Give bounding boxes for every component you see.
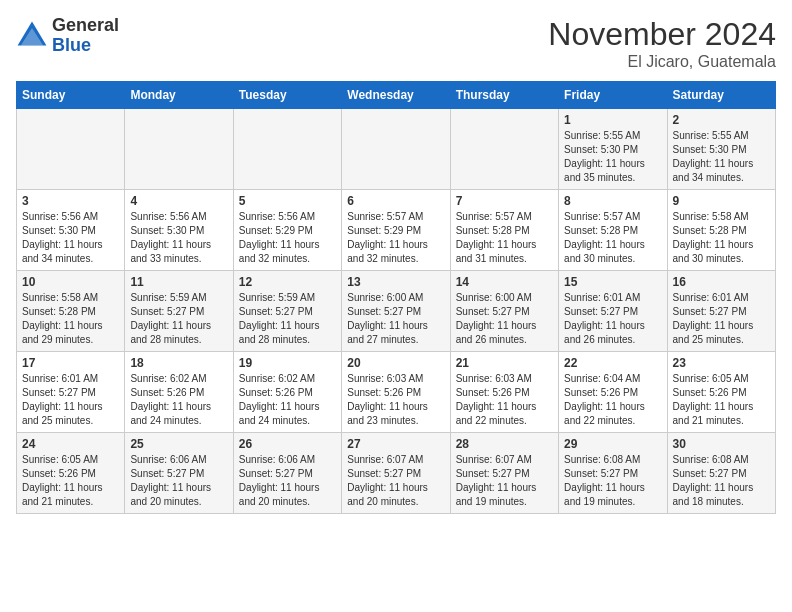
calendar-cell: 8Sunrise: 5:57 AM Sunset: 5:28 PM Daylig… — [559, 190, 667, 271]
day-number: 1 — [564, 113, 661, 127]
logo-icon — [16, 20, 48, 52]
logo-text: General Blue — [52, 16, 119, 56]
calendar-cell: 1Sunrise: 5:55 AM Sunset: 5:30 PM Daylig… — [559, 109, 667, 190]
day-info: Sunrise: 5:58 AM Sunset: 5:28 PM Dayligh… — [22, 291, 119, 347]
week-row-4: 17Sunrise: 6:01 AM Sunset: 5:27 PM Dayli… — [17, 352, 776, 433]
calendar-cell: 16Sunrise: 6:01 AM Sunset: 5:27 PM Dayli… — [667, 271, 775, 352]
day-info: Sunrise: 5:56 AM Sunset: 5:29 PM Dayligh… — [239, 210, 336, 266]
day-number: 29 — [564, 437, 661, 451]
calendar-cell: 17Sunrise: 6:01 AM Sunset: 5:27 PM Dayli… — [17, 352, 125, 433]
calendar-cell: 28Sunrise: 6:07 AM Sunset: 5:27 PM Dayli… — [450, 433, 558, 514]
day-info: Sunrise: 6:02 AM Sunset: 5:26 PM Dayligh… — [239, 372, 336, 428]
day-number: 9 — [673, 194, 770, 208]
day-info: Sunrise: 6:01 AM Sunset: 5:27 PM Dayligh… — [22, 372, 119, 428]
day-number: 19 — [239, 356, 336, 370]
page-title: November 2024 — [548, 16, 776, 53]
day-info: Sunrise: 6:08 AM Sunset: 5:27 PM Dayligh… — [564, 453, 661, 509]
calendar-cell: 19Sunrise: 6:02 AM Sunset: 5:26 PM Dayli… — [233, 352, 341, 433]
day-info: Sunrise: 6:01 AM Sunset: 5:27 PM Dayligh… — [564, 291, 661, 347]
header-row: SundayMondayTuesdayWednesdayThursdayFrid… — [17, 82, 776, 109]
day-number: 26 — [239, 437, 336, 451]
day-info: Sunrise: 6:03 AM Sunset: 5:26 PM Dayligh… — [456, 372, 553, 428]
day-info: Sunrise: 6:07 AM Sunset: 5:27 PM Dayligh… — [347, 453, 444, 509]
day-number: 27 — [347, 437, 444, 451]
week-row-1: 1Sunrise: 5:55 AM Sunset: 5:30 PM Daylig… — [17, 109, 776, 190]
day-number: 15 — [564, 275, 661, 289]
header-thursday: Thursday — [450, 82, 558, 109]
day-info: Sunrise: 6:07 AM Sunset: 5:27 PM Dayligh… — [456, 453, 553, 509]
calendar-cell: 25Sunrise: 6:06 AM Sunset: 5:27 PM Dayli… — [125, 433, 233, 514]
day-number: 6 — [347, 194, 444, 208]
calendar-cell: 3Sunrise: 5:56 AM Sunset: 5:30 PM Daylig… — [17, 190, 125, 271]
calendar-body: 1Sunrise: 5:55 AM Sunset: 5:30 PM Daylig… — [17, 109, 776, 514]
day-number: 7 — [456, 194, 553, 208]
day-info: Sunrise: 6:05 AM Sunset: 5:26 PM Dayligh… — [22, 453, 119, 509]
day-info: Sunrise: 5:57 AM Sunset: 5:28 PM Dayligh… — [456, 210, 553, 266]
day-number: 13 — [347, 275, 444, 289]
header-friday: Friday — [559, 82, 667, 109]
calendar-cell: 21Sunrise: 6:03 AM Sunset: 5:26 PM Dayli… — [450, 352, 558, 433]
day-info: Sunrise: 6:04 AM Sunset: 5:26 PM Dayligh… — [564, 372, 661, 428]
day-number: 21 — [456, 356, 553, 370]
page-subtitle: El Jicaro, Guatemala — [548, 53, 776, 71]
day-info: Sunrise: 5:57 AM Sunset: 5:29 PM Dayligh… — [347, 210, 444, 266]
calendar-cell: 10Sunrise: 5:58 AM Sunset: 5:28 PM Dayli… — [17, 271, 125, 352]
calendar-cell: 27Sunrise: 6:07 AM Sunset: 5:27 PM Dayli… — [342, 433, 450, 514]
day-info: Sunrise: 5:58 AM Sunset: 5:28 PM Dayligh… — [673, 210, 770, 266]
day-info: Sunrise: 5:59 AM Sunset: 5:27 PM Dayligh… — [130, 291, 227, 347]
day-number: 28 — [456, 437, 553, 451]
day-info: Sunrise: 6:00 AM Sunset: 5:27 PM Dayligh… — [456, 291, 553, 347]
calendar-cell: 14Sunrise: 6:00 AM Sunset: 5:27 PM Dayli… — [450, 271, 558, 352]
day-number: 23 — [673, 356, 770, 370]
header-tuesday: Tuesday — [233, 82, 341, 109]
day-info: Sunrise: 5:55 AM Sunset: 5:30 PM Dayligh… — [673, 129, 770, 185]
day-number: 18 — [130, 356, 227, 370]
calendar-table: SundayMondayTuesdayWednesdayThursdayFrid… — [16, 81, 776, 514]
calendar-cell — [125, 109, 233, 190]
day-info: Sunrise: 6:06 AM Sunset: 5:27 PM Dayligh… — [239, 453, 336, 509]
week-row-5: 24Sunrise: 6:05 AM Sunset: 5:26 PM Dayli… — [17, 433, 776, 514]
calendar-cell: 15Sunrise: 6:01 AM Sunset: 5:27 PM Dayli… — [559, 271, 667, 352]
calendar-cell: 5Sunrise: 5:56 AM Sunset: 5:29 PM Daylig… — [233, 190, 341, 271]
header-monday: Monday — [125, 82, 233, 109]
calendar-cell: 24Sunrise: 6:05 AM Sunset: 5:26 PM Dayli… — [17, 433, 125, 514]
day-number: 24 — [22, 437, 119, 451]
day-info: Sunrise: 6:05 AM Sunset: 5:26 PM Dayligh… — [673, 372, 770, 428]
calendar-cell: 6Sunrise: 5:57 AM Sunset: 5:29 PM Daylig… — [342, 190, 450, 271]
header-saturday: Saturday — [667, 82, 775, 109]
day-info: Sunrise: 5:56 AM Sunset: 5:30 PM Dayligh… — [130, 210, 227, 266]
calendar-cell: 13Sunrise: 6:00 AM Sunset: 5:27 PM Dayli… — [342, 271, 450, 352]
day-info: Sunrise: 6:02 AM Sunset: 5:26 PM Dayligh… — [130, 372, 227, 428]
day-number: 30 — [673, 437, 770, 451]
day-number: 12 — [239, 275, 336, 289]
calendar-cell — [17, 109, 125, 190]
day-info: Sunrise: 5:56 AM Sunset: 5:30 PM Dayligh… — [22, 210, 119, 266]
calendar-cell: 20Sunrise: 6:03 AM Sunset: 5:26 PM Dayli… — [342, 352, 450, 433]
day-number: 17 — [22, 356, 119, 370]
calendar-cell: 2Sunrise: 5:55 AM Sunset: 5:30 PM Daylig… — [667, 109, 775, 190]
calendar-cell: 23Sunrise: 6:05 AM Sunset: 5:26 PM Dayli… — [667, 352, 775, 433]
calendar-cell: 4Sunrise: 5:56 AM Sunset: 5:30 PM Daylig… — [125, 190, 233, 271]
calendar-cell: 30Sunrise: 6:08 AM Sunset: 5:27 PM Dayli… — [667, 433, 775, 514]
calendar-cell — [342, 109, 450, 190]
day-number: 3 — [22, 194, 119, 208]
title-block: November 2024 El Jicaro, Guatemala — [548, 16, 776, 71]
day-info: Sunrise: 5:57 AM Sunset: 5:28 PM Dayligh… — [564, 210, 661, 266]
day-info: Sunrise: 5:55 AM Sunset: 5:30 PM Dayligh… — [564, 129, 661, 185]
calendar-cell: 29Sunrise: 6:08 AM Sunset: 5:27 PM Dayli… — [559, 433, 667, 514]
day-number: 11 — [130, 275, 227, 289]
day-number: 2 — [673, 113, 770, 127]
day-info: Sunrise: 6:00 AM Sunset: 5:27 PM Dayligh… — [347, 291, 444, 347]
calendar-cell: 9Sunrise: 5:58 AM Sunset: 5:28 PM Daylig… — [667, 190, 775, 271]
day-number: 10 — [22, 275, 119, 289]
day-number: 5 — [239, 194, 336, 208]
day-number: 14 — [456, 275, 553, 289]
calendar-cell — [450, 109, 558, 190]
day-number: 25 — [130, 437, 227, 451]
header-wednesday: Wednesday — [342, 82, 450, 109]
calendar-cell: 12Sunrise: 5:59 AM Sunset: 5:27 PM Dayli… — [233, 271, 341, 352]
day-info: Sunrise: 6:03 AM Sunset: 5:26 PM Dayligh… — [347, 372, 444, 428]
day-info: Sunrise: 6:06 AM Sunset: 5:27 PM Dayligh… — [130, 453, 227, 509]
day-number: 22 — [564, 356, 661, 370]
day-info: Sunrise: 6:08 AM Sunset: 5:27 PM Dayligh… — [673, 453, 770, 509]
